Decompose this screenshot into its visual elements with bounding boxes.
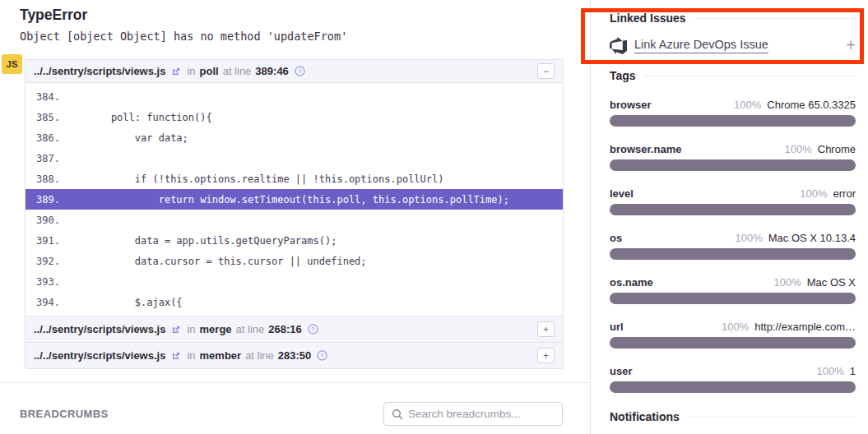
tag-distribution-bar[interactable] [610,204,856,215]
line-number: 392. [26,256,87,267]
tag-row-level: level 100% error [610,187,856,215]
tag-value[interactable]: Mac OS X [807,276,856,289]
help-icon[interactable]: ? [308,324,318,335]
svg-text:?: ? [311,326,315,333]
frame-atline-label: at line [245,349,274,362]
tag-value[interactable]: Chrome 65.0.3325 [767,99,856,111]
frame-in-label: in [187,65,195,77]
line-number: 384. [26,91,87,103]
frame-line-number: 268:16 [268,323,301,335]
frame-function: member [200,349,242,362]
frame-atline-label: at line [223,65,252,77]
tag-value[interactable]: Mac OS X 10.13.4 [768,232,856,244]
tag-row-url: url 100% http://example.com… [610,321,856,349]
link-azure-devops-issue-link[interactable]: Link Azure DevOps Issue [634,38,768,53]
stack-frame-header-poll[interactable]: ../../sentry/scripts/views.js in poll at… [26,60,563,83]
tag-distribution-bar[interactable] [610,248,856,260]
tag-value[interactable]: 1 [850,365,856,377]
source-code-context: 384. 385. poll: function(){ 386. var dat… [26,83,563,316]
line-source: $.ajax({ [87,297,563,308]
line-source: var data; [87,132,563,144]
tag-distribution-bar[interactable] [610,293,856,304]
line-number: 389. [26,194,87,205]
tag-value[interactable]: Chrome [818,143,856,155]
line-source: data = app.utils.getQueryParams(); [87,235,563,247]
svg-text:?: ? [321,352,325,359]
platform-js-badge: JS [2,54,22,74]
tags-heading-label: Tags [610,69,636,82]
notifications-heading-label: Notifications [610,410,680,423]
tag-percent: 100% [800,187,827,200]
tag-percent: 100% [774,276,801,289]
add-linked-issue-button[interactable]: + [846,37,856,53]
tag-distribution-bar[interactable] [610,115,856,127]
tag-row-browser: browser 100% Chrome 65.0.3325 [610,99,856,127]
tag-row-user: user 100% 1 [610,365,856,393]
code-line: 385. poll: function(){ [26,107,563,127]
line-number: 393. [26,276,87,288]
tag-key: browser.name [610,143,681,155]
help-icon[interactable]: ? [317,350,327,361]
breadcrumbs-search-box[interactable] [383,402,563,426]
azure-devops-icon [610,37,627,54]
tag-row-browser-name: browser.name 100% Chrome [610,143,856,171]
tag-row-os-name: os.name 100% Mac OS X [610,276,856,304]
tag-value[interactable]: http://example.com… [754,321,856,333]
code-line: 392. data.cursor = this.cursor || undefi… [26,251,563,271]
search-icon [392,409,403,420]
stack-trace-panel: ../../sentry/scripts/views.js in poll at… [25,59,564,369]
stack-frame-header-member[interactable]: ../../sentry/scripts/views.js in member … [26,342,563,368]
expand-frame-button[interactable]: + [537,348,555,363]
line-number: 386. [26,132,87,144]
error-message: Object [object Object] has no method 'up… [20,30,347,43]
tag-percent: 100% [817,365,844,377]
page-title: TypeError [20,7,87,24]
tag-value[interactable]: error [833,187,856,200]
linked-issue-row: Link Azure DevOps Issue + [610,35,856,55]
notifications-heading: Notifications [610,410,856,423]
frame-in-label: in [187,349,195,362]
tag-key: level [610,187,634,200]
line-number: 390. [26,215,87,226]
linked-issues-heading-label: Linked Issues [610,12,686,25]
stack-frame-header-merge[interactable]: ../../sentry/scripts/views.js in merge a… [26,316,563,342]
code-line: 387. [26,148,563,169]
line-source: if (!this.options.realtime || !this.opti… [87,173,563,185]
code-line: 391. data = app.utils.getQueryParams(); [26,230,563,251]
line-source: data.cursor = this.cursor || undefined; [87,256,563,267]
tag-percent: 100% [722,321,749,333]
tag-key: browser [610,99,652,111]
collapse-frame-button[interactable]: − [537,63,555,79]
frame-line-number: 389:46 [255,65,288,77]
frame-filename[interactable]: ../../sentry/scripts/views.js [34,349,165,362]
line-number: 391. [26,235,87,247]
error-detail-page: TypeError Object [object Object] has no … [0,0,868,434]
search-breadcrumbs-input[interactable] [408,408,555,420]
tag-distribution-bar[interactable] [610,337,856,349]
frame-atline-label: at line [236,323,265,335]
external-link-icon[interactable] [171,351,181,361]
tag-row-os: os 100% Mac OS X 10.13.4 [610,232,856,260]
line-number: 388. [26,173,87,185]
code-line-highlighted: 389. return window.setTimeout(this.poll,… [26,189,563,210]
section-divider [0,382,590,383]
line-source: poll: function(){ [87,112,563,123]
line-number: 387. [26,153,87,164]
tag-distribution-bar[interactable] [610,381,856,393]
code-line: 390. [26,210,563,230]
tag-percent: 100% [734,99,761,111]
code-line: 384. [26,86,563,107]
frame-in-label: in [187,323,195,335]
tag-key: os.name [610,276,653,289]
help-icon[interactable]: ? [295,66,305,76]
tag-key: user [610,365,632,377]
tag-key: url [610,321,624,333]
tag-distribution-bar[interactable] [610,159,856,171]
external-link-icon[interactable] [171,67,181,76]
external-link-icon[interactable] [171,325,181,335]
code-line: 386. var data; [26,127,563,148]
expand-frame-button[interactable]: + [537,321,555,337]
frame-filename[interactable]: ../../sentry/scripts/views.js [34,65,165,77]
linked-issues-heading: Linked Issues [610,12,856,25]
frame-filename[interactable]: ../../sentry/scripts/views.js [34,323,165,335]
